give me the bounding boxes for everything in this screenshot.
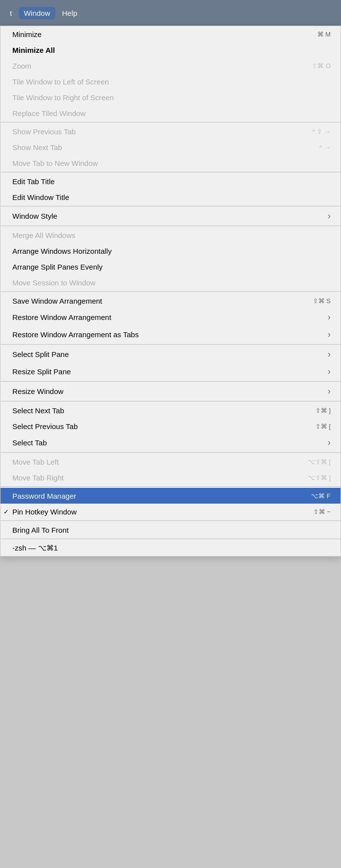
- menu-item-label: Select Next Tab: [12, 406, 64, 415]
- menu-item-select-tab[interactable]: Select Tab›: [0, 434, 341, 451]
- menu-item-label: Bring All To Front: [12, 526, 69, 534]
- menu-item-edit-window-title[interactable]: Edit Window Title: [0, 189, 341, 205]
- window-menu-dropdown: Minimize⌘ MMinimize AllZoom⇧⌘ OTile Wind…: [0, 26, 341, 556]
- menu-bar-help[interactable]: Help: [57, 7, 83, 19]
- menu-item-resize-split-pane[interactable]: Resize Split Pane›: [0, 363, 341, 380]
- menu-item-shortcut: ›: [328, 386, 331, 396]
- menu-item-label: Edit Tab Title: [12, 177, 55, 186]
- menu-item-label: Move Tab to New Window: [12, 159, 98, 167]
- menu-item-minimize[interactable]: Minimize⌘ M: [0, 26, 341, 42]
- menu-item-label: Show Next Tab: [12, 143, 62, 152]
- menu-item-shortcut: ›: [328, 366, 331, 377]
- menu-item-pin-hotkey-window[interactable]: ✓Pin Hotkey Window⇧⌘ −: [0, 504, 341, 519]
- menu-item-shortcut: ›: [328, 211, 331, 221]
- menu-item-show-prev-tab: Show Previous Tab^ ⇧ →: [0, 123, 341, 139]
- menu-item-label: Restore Window Arrangement: [12, 313, 111, 321]
- menu-item-minimize-all[interactable]: Minimize All: [0, 42, 341, 58]
- menu-item-shortcut: ^ →: [319, 144, 331, 151]
- menu-item-shortcut: ⌥⌘ F: [311, 492, 331, 500]
- menu-item-select-prev-tab[interactable]: Select Previous Tab⇧⌘ [: [0, 418, 341, 434]
- menu-item-label: Replace Tiled Window: [12, 109, 85, 118]
- menu-item-select-split-pane[interactable]: Select Split Pane›: [0, 346, 341, 363]
- menu-item-shortcut: ›: [328, 349, 331, 359]
- menu-separator: [0, 291, 341, 292]
- menu-item-shortcut: ›: [328, 329, 331, 340]
- menu-item-replace-tiled: Replace Tiled Window: [0, 105, 341, 121]
- menu-item-window-style[interactable]: Window Style›: [0, 207, 341, 225]
- menu-item-shortcut: ⌥⇧⌘ ]: [308, 474, 331, 481]
- menu-separator: [0, 226, 341, 226]
- menu-item-shortcut: ⌘ M: [317, 31, 331, 38]
- menu-item-select-next-tab[interactable]: Select Next Tab⇧⌘ ]: [0, 402, 341, 418]
- menu-item-shortcut: ⇧⌘ O: [312, 62, 331, 70]
- menu-item-label: Resize Split Pane: [12, 367, 71, 376]
- menu-separator: [0, 401, 341, 401]
- checkmark-icon: ✓: [3, 508, 9, 515]
- menu-item-label: Merge All Windows: [12, 231, 76, 239]
- menu-item-label: Zoom: [12, 62, 31, 70]
- menu-item-shortcut: ⇧⌘ ]: [315, 407, 331, 414]
- menu-item-label: Password Manager: [12, 492, 76, 500]
- menu-item-label: Arrange Windows Horizontally: [12, 247, 112, 255]
- menu-item-label: -zsh — ⌥⌘1: [12, 544, 58, 552]
- menu-item-bring-all-to-front[interactable]: Bring All To Front: [0, 522, 341, 538]
- menu-item-shortcut: ^ ⇧ →: [312, 128, 331, 135]
- menu-separator: [0, 452, 341, 453]
- menu-bar: t Window Help: [0, 0, 341, 26]
- menu-item-shortcut: ⇧⌘ S: [313, 297, 331, 305]
- menu-item-zsh-window[interactable]: -zsh — ⌥⌘1: [0, 540, 341, 556]
- menu-item-label: Pin Hotkey Window: [12, 508, 77, 516]
- menu-item-shortcut: ›: [328, 437, 331, 448]
- menu-item-tile-right: Tile Window to Right of Screen: [0, 89, 341, 105]
- menu-item-restore-arrangement[interactable]: Restore Window Arrangement›: [0, 309, 341, 326]
- menu-item-shortcut: ⌥⇧⌘ [: [308, 458, 331, 466]
- menu-separator: [0, 344, 341, 345]
- menu-item-move-tab-right: Move Tab Right⌥⇧⌘ ]: [0, 470, 341, 485]
- menu-separator: [0, 520, 341, 521]
- menu-item-arrange-horiz[interactable]: Arrange Windows Horizontally: [0, 243, 341, 259]
- menu-separator: [0, 206, 341, 206]
- menu-item-label: Arrange Split Panes Evenly: [12, 263, 103, 271]
- menu-item-label: Select Split Pane: [12, 350, 69, 358]
- menu-item-show-next-tab: Show Next Tab^ →: [0, 139, 341, 155]
- menu-separator: [0, 486, 341, 487]
- menu-item-label: Resize Window: [12, 387, 63, 395]
- menu-item-move-tab-left: Move Tab Left⌥⇧⌘ [: [0, 454, 341, 470]
- menu-item-resize-window[interactable]: Resize Window›: [0, 383, 341, 400]
- menu-item-move-session: Move Session to Window: [0, 275, 341, 290]
- menu-item-label: Restore Window Arrangement as Tabs: [12, 330, 139, 339]
- menu-item-merge-all-windows: Merge All Windows: [0, 227, 341, 243]
- menu-bar-window[interactable]: Window: [19, 7, 55, 19]
- menu-item-label: Tile Window to Right of Screen: [12, 93, 114, 102]
- menu-item-label: Save Window Arrangement: [12, 297, 102, 305]
- menu-item-label: Move Tab Right: [12, 473, 64, 482]
- menu-item-move-tab-new-window: Move Tab to New Window: [0, 155, 341, 171]
- menu-item-label: Show Previous Tab: [12, 127, 76, 136]
- menu-item-shortcut: ›: [328, 312, 331, 322]
- menu-item-arrange-split[interactable]: Arrange Split Panes Evenly: [0, 259, 341, 275]
- menu-bar-t[interactable]: t: [5, 7, 17, 19]
- menu-item-tile-left: Tile Window to Left of Screen: [0, 74, 341, 89]
- menu-item-label: Minimize All: [12, 46, 55, 54]
- menu-item-save-arrangement[interactable]: Save Window Arrangement⇧⌘ S: [0, 293, 341, 309]
- menu-item-restore-arrangement-tabs[interactable]: Restore Window Arrangement as Tabs›: [0, 326, 341, 343]
- menu-item-label: Tile Window to Left of Screen: [12, 78, 109, 86]
- menu-item-label: Move Tab Left: [12, 458, 59, 466]
- menu-item-label: Minimize: [12, 30, 42, 39]
- menu-separator: [0, 172, 341, 172]
- menu-item-label: Edit Window Title: [12, 193, 69, 201]
- menu-separator: [0, 122, 341, 122]
- menu-item-shortcut: ⇧⌘ [: [315, 423, 331, 430]
- menu-item-label: Window Style: [12, 212, 57, 220]
- menu-separator: [0, 381, 341, 382]
- menu-item-edit-tab-title[interactable]: Edit Tab Title: [0, 173, 341, 189]
- menu-separator: [0, 539, 341, 539]
- menu-item-zoom: Zoom⇧⌘ O: [0, 58, 341, 74]
- menu-item-shortcut: ⇧⌘ −: [313, 508, 331, 515]
- menu-item-label: Select Previous Tab: [12, 422, 78, 431]
- menu-item-label: Move Session to Window: [12, 278, 95, 287]
- menu-item-password-manager[interactable]: Password Manager⌥⌘ F: [0, 488, 341, 504]
- menu-item-label: Select Tab: [12, 438, 47, 447]
